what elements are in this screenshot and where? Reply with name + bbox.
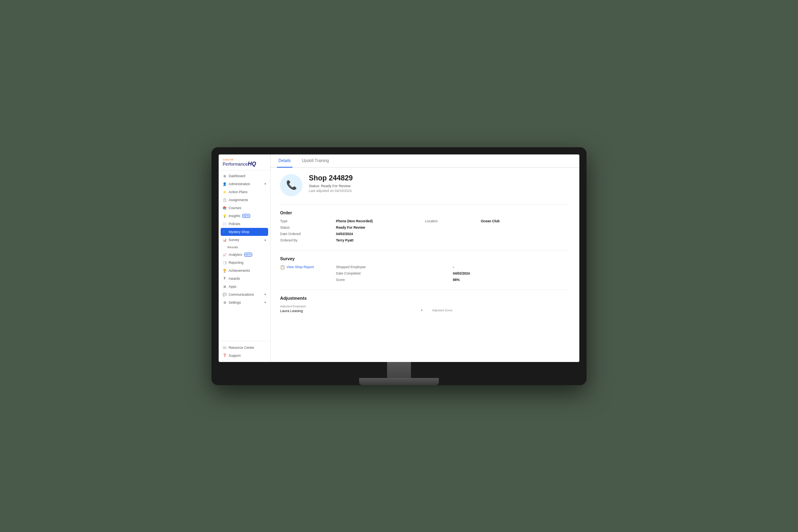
survey-grid: Shopped Employee - 📋 View Shop Report Da… — [280, 265, 570, 282]
score-value: 88% — [453, 278, 570, 282]
adjustments-section-title: Adjustments — [280, 296, 570, 301]
adjusted-score-field: Adjusted Score — [432, 309, 570, 313]
support-icon: ❓ — [223, 354, 227, 357]
settings-icon: ⚙ — [223, 301, 227, 305]
type-value: Phone (Non Recorded) — [336, 219, 425, 223]
sidebar-item-administration[interactable]: 👤 Administration ▾ — [219, 180, 270, 188]
view-shop-report-button[interactable]: 📋 View Shop Report — [280, 265, 336, 269]
sidebar-item-insights[interactable]: 💡 Insights BETA — [219, 212, 270, 220]
chevron-up-icon: ▴ — [265, 238, 266, 241]
sidebar-item-label: Administration — [229, 182, 250, 186]
courses-icon: 📚 — [223, 206, 227, 210]
survey-section-title: Survey — [280, 256, 570, 261]
sidebar-item-label: Mystery Shop — [229, 230, 249, 234]
action-plans-icon: ⚡ — [223, 190, 227, 194]
sidebar-item-label: Dashboard — [229, 174, 245, 178]
sidebar-item-dashboard[interactable]: ⊞ Dashboard — [219, 172, 270, 180]
chevron-down-icon: ▾ — [265, 293, 266, 296]
sidebar-item-label: Apps — [229, 285, 236, 289]
adjustments-row: Adjusted Employee Laura Leasing ▾ Adjust… — [280, 305, 570, 313]
sidebar-item-label: Survey — [229, 238, 239, 242]
sidebar-item-settings[interactable]: ⚙ Settings ▾ — [219, 299, 270, 307]
insights-icon: 💡 — [223, 214, 227, 218]
policies-icon: 📄 — [223, 222, 227, 226]
sidebar-item-achievements[interactable]: 🏆 Achievements — [219, 267, 270, 275]
content-area: 📞 Shop 244829 Status: Ready For Review L… — [271, 168, 579, 362]
sidebar-item-support[interactable]: ❓ Support — [219, 352, 270, 360]
phone-icon: 📞 — [286, 180, 297, 190]
sidebar-item-policies[interactable]: 📄 Policies — [219, 220, 270, 228]
dropdown-icon: ▾ — [421, 309, 429, 312]
tab-upskill-training[interactable]: Upskill Training — [300, 154, 331, 168]
type-label: Type — [280, 219, 336, 223]
logo: Crane Hill PerformanceHQ — [223, 158, 266, 167]
shop-header: 📞 Shop 244829 Status: Ready For Review L… — [280, 174, 570, 196]
ordered-by-label: Ordered By — [280, 238, 336, 242]
shopped-employee-value: - — [453, 265, 570, 269]
sidebar-item-label: Assignments — [229, 198, 248, 202]
survey-icon: 📊 — [223, 238, 227, 242]
location-label: Location — [425, 219, 481, 223]
sidebar-item-survey[interactable]: 📊 Survey ▴ — [219, 236, 270, 244]
beta-badge: BETA — [242, 214, 250, 218]
status-label: Status — [280, 225, 336, 229]
monitor-base — [359, 378, 439, 385]
sidebar-item-assignments[interactable]: 📋 Assignments — [219, 196, 270, 204]
sidebar-item-mystery-shop[interactable]: 🔵 Mystery Shop — [221, 228, 268, 236]
shop-last-adjusted: Last adjusted on 04/10/2024 — [309, 189, 353, 193]
sidebar-item-analytics[interactable]: 📈 Analytics BETA — [219, 251, 270, 259]
shop-title: Shop 244829 — [309, 174, 353, 182]
order-section-title: Order — [280, 210, 570, 215]
sidebar-item-reporting[interactable]: 📑 Reporting — [219, 259, 270, 267]
shop-status: Status: Ready For Review — [309, 184, 353, 188]
analytics-icon: 📈 — [223, 253, 227, 257]
mystery-shop-icon: 🔵 — [223, 230, 227, 234]
section-divider — [280, 204, 570, 205]
resource-center-icon: 📖 — [223, 346, 227, 349]
chevron-down-icon: ▾ — [265, 301, 266, 304]
achievements-icon: 🏆 — [223, 269, 227, 273]
sidebar-item-label: Analytics — [229, 253, 242, 257]
ordered-by-value: Terry Pyatt — [336, 238, 425, 242]
tab-details[interactable]: Details — [277, 154, 292, 168]
date-ordered-value: 04/02/2024 — [336, 232, 425, 236]
app-shell: Crane Hill PerformanceHQ ⊞ Dashboard 👤 — [219, 154, 579, 362]
shopped-employee-label: Shopped Employee — [336, 265, 453, 269]
document-icon: 📋 — [280, 265, 285, 269]
date-completed-value: 04/02/2024 — [453, 271, 570, 275]
sidebar-item-label: Awards — [229, 277, 240, 281]
sidebar-item-awards[interactable]: 🎖 Awards — [219, 275, 270, 283]
monitor-stand — [219, 362, 579, 385]
status-value: Ready For Review — [336, 225, 425, 229]
sidebar-item-label: Courses — [229, 206, 241, 210]
order-info-grid: Type Phone (Non Recorded) Location Ocean… — [280, 219, 570, 242]
monitor-neck — [387, 362, 411, 378]
section-divider-3 — [280, 290, 570, 290]
order-section: Order Type Phone (Non Recorded) Location… — [280, 210, 570, 242]
location-value: Ocean Club — [481, 219, 570, 223]
sidebar-item-label: Policies — [229, 222, 240, 226]
sidebar-item-courses[interactable]: 📚 Courses — [219, 204, 270, 212]
sidebar-bottom: 📖 Resource Center ❓ Support — [219, 341, 270, 362]
shop-avatar: 📞 — [280, 174, 302, 196]
sidebar-item-label: Reporting — [229, 261, 243, 265]
monitor: Crane Hill PerformanceHQ ⊞ Dashboard 👤 — [211, 147, 587, 385]
apps-icon: ⊞ — [223, 285, 227, 289]
sidebar-item-communications[interactable]: 💬 Communications ▾ — [219, 291, 270, 299]
sidebar-item-label: Resource Center — [229, 346, 254, 350]
sidebar-item-label: Achievements — [229, 269, 250, 273]
sidebar-item-action-plans[interactable]: ⚡ Action Plans — [219, 188, 270, 196]
dashboard-icon: ⊞ — [223, 174, 227, 178]
adjusted-score-label: Adjusted Score — [432, 309, 570, 312]
logo-area: Crane Hill PerformanceHQ — [219, 154, 270, 171]
sidebar-item-resource-center[interactable]: 📖 Resource Center — [219, 344, 270, 352]
communications-icon: 💬 — [223, 293, 227, 297]
chevron-down-icon: ▾ — [265, 182, 266, 186]
sidebar-item-apps[interactable]: ⊞ Apps — [219, 283, 270, 291]
tab-bar: Details Upskill Training — [271, 154, 579, 168]
sidebar-item-results[interactable]: Results — [219, 244, 270, 251]
sidebar-item-label: Settings — [229, 301, 241, 305]
score-label: Score — [336, 278, 453, 282]
date-completed-label: Date Completed — [336, 271, 453, 275]
sidebar-item-label: Support — [229, 354, 241, 358]
